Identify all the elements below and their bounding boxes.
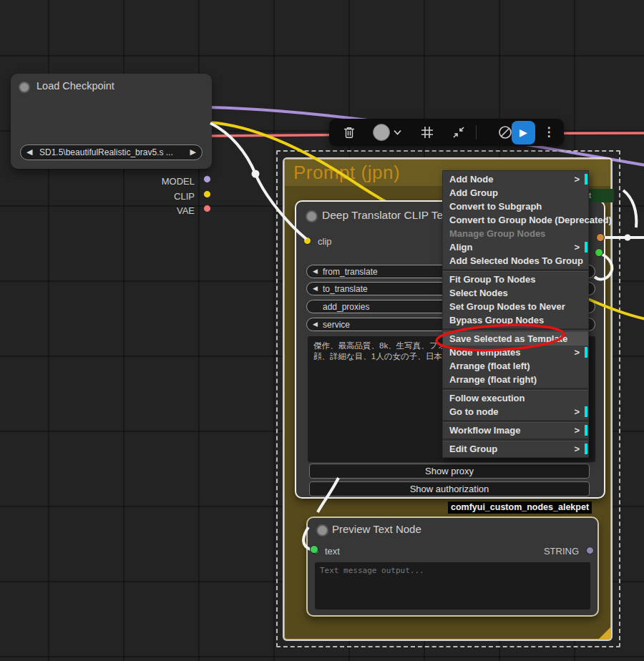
- menu-item-arrange-float-right[interactable]: Arrange (float right): [443, 373, 588, 386]
- menu-item-label: Convert to Group Node (Deprecated): [449, 215, 612, 225]
- preview-textarea[interactable]: Text message output...: [315, 562, 590, 609]
- submenu-arrow-icon: >: [574, 405, 580, 418]
- show-authorization-button[interactable]: Show authorization: [309, 481, 590, 496]
- output-label-string: STRING: [544, 546, 579, 557]
- wire-dot: [625, 235, 631, 241]
- submenu-arrow-icon: >: [574, 442, 580, 456]
- run-button[interactable]: ▶: [512, 121, 535, 145]
- menu-item-label: Arrange (float right): [449, 374, 537, 385]
- menu-item-select-nodes[interactable]: Select Nodes: [443, 286, 588, 300]
- menu-item-label: Follow execution: [449, 393, 525, 403]
- output-slot-vae[interactable]: [203, 205, 211, 212]
- menu-item-add-selected-nodes-to-group[interactable]: Add Selected Nodes To Group: [443, 254, 588, 268]
- group-resize-handle[interactable]: [599, 627, 610, 639]
- menu-separator: [443, 439, 588, 441]
- menu-item-align[interactable]: Align >: [443, 240, 588, 254]
- menu-item-label: Go to node: [449, 406, 499, 417]
- node-load-checkpoint[interactable]: Load Checkpoint MODEL CLIP VAE ◀ SD1.5\b…: [11, 74, 212, 169]
- context-menu[interactable]: Add Node > Add Group Convert to Subgraph…: [442, 170, 589, 458]
- output-label-vae: VAE: [177, 205, 195, 216]
- menu-item-arrange-float-left[interactable]: Arrange (float left): [443, 359, 588, 373]
- ckpt-name-value: SD1.5\beautifulRealistic_brav5.s ...: [39, 147, 173, 157]
- combo-prev-icon[interactable]: ◀: [26, 147, 32, 157]
- menu-item-label: Convert to Subgraph: [449, 201, 542, 212]
- menu-separator: [443, 420, 588, 422]
- widget-label: service: [323, 320, 350, 330]
- widget-label: from_translate: [323, 267, 378, 277]
- input-label-text: text: [325, 546, 340, 557]
- combo-prev-icon[interactable]: ◀: [313, 268, 318, 275]
- submenu-arrow-icon: >: [574, 423, 580, 437]
- menu-item-label: Node Templates: [449, 347, 520, 358]
- frame-all-button[interactable]: [419, 119, 435, 146]
- queue-status-button[interactable]: [372, 119, 391, 146]
- node-graph-canvas[interactable]: Prompt (jpn) Load Checkpoint MODEL CLIP …: [0, 0, 644, 661]
- menu-item-convert-to-group-node[interactable]: Convert to Group Node (Deprecated): [443, 213, 588, 227]
- input-slot-text[interactable]: [311, 547, 319, 554]
- submenu-arrow-icon: >: [574, 240, 580, 254]
- menu-item-add-group[interactable]: Add Group: [443, 186, 588, 200]
- node-title: Deep Translator CLIP Text: [322, 209, 452, 222]
- submenu-accent-bar: [585, 444, 587, 454]
- ckpt-name-combo[interactable]: ◀ SD1.5\beautifulRealistic_brav5.s ... ▶: [20, 145, 203, 160]
- node-title: Preview Text Node: [332, 523, 421, 535]
- delete-button[interactable]: [341, 119, 358, 146]
- output-slot-model[interactable]: [203, 175, 211, 183]
- combo-prev-icon[interactable]: ◀: [313, 320, 318, 328]
- menu-item-node-templates[interactable]: Node Templates >: [443, 346, 588, 359]
- menu-item-go-to-node[interactable]: Go to node >: [443, 405, 588, 418]
- output-slot-clip[interactable]: [203, 190, 211, 198]
- menu-item-follow-execution[interactable]: Follow execution: [443, 391, 588, 405]
- menu-item-label: Select Nodes: [449, 288, 508, 298]
- trash-icon: [343, 126, 356, 139]
- menu-item-fit-group-to-nodes[interactable]: Fit Group To Nodes: [443, 273, 588, 286]
- menu-item-edit-group[interactable]: Edit Group >: [443, 442, 588, 456]
- vendor-badge: comfyui_custom_nodes_alekpet: [448, 501, 592, 514]
- menu-item-save-selected-as-template[interactable]: Save Selected as Template: [443, 332, 588, 346]
- disable-button[interactable]: [497, 119, 513, 146]
- preview-placeholder: Text message output...: [320, 566, 424, 575]
- queue-circle-icon: [373, 124, 390, 141]
- combo-next-icon[interactable]: ▶: [190, 147, 196, 157]
- submenu-accent-bar: [585, 174, 587, 185]
- node-preview-text[interactable]: Preview Text Node text STRING Text messa…: [306, 516, 599, 617]
- menu-item-label: Save Selected as Template: [449, 333, 567, 344]
- more-options-button[interactable]: ⋮: [542, 119, 555, 146]
- reroute-dot[interactable]: [252, 170, 260, 178]
- menu-item-bypass-group-nodes[interactable]: Bypass Group Nodes: [443, 313, 588, 327]
- wire-arc-upper-right: [623, 190, 636, 227]
- collapse-dot[interactable]: [306, 210, 318, 222]
- menu-item-label: Add Group: [449, 187, 498, 198]
- menu-item-convert-to-subgraph[interactable]: Convert to Subgraph: [443, 200, 588, 213]
- widget-label: add_proxies: [323, 302, 369, 312]
- menu-item-label: Add Selected Nodes To Group: [449, 255, 583, 266]
- input-slot-clip[interactable]: [303, 237, 311, 245]
- show-proxy-button[interactable]: Show proxy: [309, 464, 590, 479]
- submenu-accent-bar: [585, 425, 587, 436]
- menu-item-label: Manage Group Nodes: [449, 228, 545, 239]
- menu-item-workflow-image[interactable]: Workflow Image >: [443, 423, 588, 437]
- widget-label: to_translate: [323, 284, 368, 294]
- menu-item-add-node[interactable]: Add Node >: [443, 172, 588, 186]
- menu-item-label: Align: [449, 242, 473, 253]
- submenu-accent-bar: [585, 406, 587, 417]
- menu-item-label: Add Node: [449, 174, 493, 185]
- translator-title-badge: t: [585, 189, 614, 202]
- chevron-down-icon: [394, 129, 401, 135]
- collapse-arrows-icon: [452, 125, 466, 139]
- queue-dropdown-button[interactable]: [392, 119, 402, 146]
- menu-item-label: Bypass Group Nodes: [449, 315, 544, 325]
- menu-item-label: Edit Group: [449, 444, 497, 454]
- menu-item-manage-group-nodes: Manage Group Nodes: [443, 227, 588, 240]
- collapse-dot[interactable]: [316, 524, 328, 537]
- output-slot-string[interactable]: [586, 547, 594, 554]
- menu-item-label: Arrange (float left): [449, 361, 530, 371]
- menu-item-label: Set Group Nodes to Never: [449, 301, 565, 312]
- combo-prev-icon[interactable]: ◀: [313, 285, 318, 292]
- submenu-arrow-icon: >: [574, 346, 580, 359]
- fit-view-button[interactable]: [451, 119, 467, 146]
- output-label-model: MODEL: [162, 176, 195, 187]
- collapse-dot[interactable]: [19, 82, 30, 93]
- menu-item-set-group-nodes-to-never[interactable]: Set Group Nodes to Never: [443, 300, 588, 313]
- graph-toolbar[interactable]: ▶ ⋮: [329, 119, 564, 146]
